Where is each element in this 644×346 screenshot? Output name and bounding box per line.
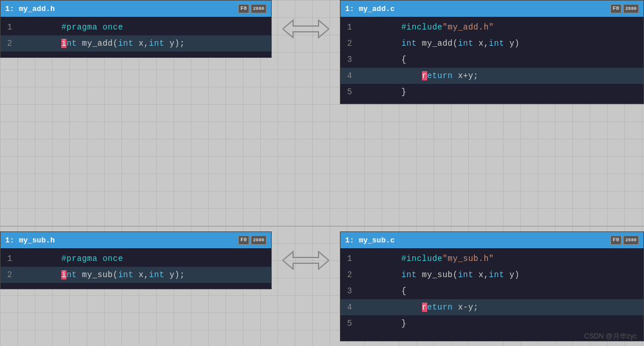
- py-2-br: y): [504, 270, 520, 279]
- header-title-bottom-right: 1: my_sub.c: [345, 236, 607, 245]
- line-num-1-bl: 1: [1, 254, 17, 263]
- icon-f0-top-left[interactable]: F0: [238, 4, 249, 13]
- code-line-5-br: 5 }: [340, 315, 643, 332]
- line-num-4-tr: 4: [340, 71, 357, 80]
- line-num-1: 1: [1, 23, 17, 32]
- kw-int-bl-b: int: [149, 270, 165, 279]
- code-content-2-top-left: int my_add(int x,int y);: [17, 30, 185, 57]
- px-2-br: x,: [473, 270, 489, 279]
- line-num-2-bl: 2: [1, 270, 17, 279]
- kw-int-2b-br: int: [489, 270, 505, 279]
- code-2-bl: int my_sub(int x,int y);: [17, 261, 185, 289]
- line-num-3-br: 3: [340, 286, 357, 296]
- return-val-br: x-y;: [453, 303, 479, 312]
- line-num-5-tr: 5: [340, 87, 357, 97]
- code-area-top-left: 1 #pragma once 2 int my_add(int x,int y)…: [1, 17, 271, 54]
- panel-bottom-right: 1: my_sub.c F0 2880 1 #include"my_sub.h"…: [340, 231, 644, 341]
- panel-top-right: 1: my_add.c F0 2880 1 #include"my_add.h"…: [340, 0, 644, 104]
- code-line-2-top-left: 2 int my_add(int x,int y);: [1, 35, 271, 51]
- return-val-tr: x+y;: [453, 71, 479, 80]
- code-area-bottom-right: 1 #include"my_sub.h" 2 int my_sub(int x,…: [340, 248, 643, 334]
- panel-top-left: 1: my_add.h F0 2880 1 #pragma once 2 int…: [0, 0, 272, 58]
- icon-28-top-right[interactable]: 2880: [623, 4, 639, 13]
- code-line-2-bl: 2 int my_sub(int x,int y);: [1, 267, 271, 283]
- kw-int-bl-a: int: [118, 270, 134, 279]
- brace-close-br: }: [401, 319, 406, 328]
- code-5-br: }: [357, 310, 406, 337]
- param-x-1: x,: [134, 39, 149, 48]
- kw-int-2b-tr: int: [489, 39, 505, 48]
- header-icons-bottom-right: F0 2880: [610, 235, 639, 245]
- icon-28-br[interactable]: 2880: [623, 235, 639, 245]
- code-area-bottom-left: 1 #pragma once 2 int my_sub(int x,int y)…: [1, 248, 271, 285]
- code-5-tr: }: [357, 78, 406, 106]
- code-area-top-right: 1 #include"my_add.h" 2 int my_add(int x,…: [340, 17, 643, 102]
- icon-f0-top-right[interactable]: F0: [610, 4, 621, 13]
- h-divider: [0, 226, 644, 227]
- char-i-1: i: [61, 39, 66, 48]
- watermark: CSDN @月华zyc: [584, 332, 637, 341]
- char-i-bl: i: [61, 270, 66, 279]
- kw-int-2a-br: int: [458, 270, 473, 279]
- char-r-tr: r: [422, 71, 427, 80]
- header-title-top-right: 1: my_add.c: [345, 5, 607, 13]
- arrow-bottom: [272, 243, 340, 278]
- px-bl: x,: [134, 270, 149, 279]
- arrow-bottom-svg: [283, 246, 329, 275]
- kw-nt-1: nt: [66, 39, 77, 48]
- py-2-tr: y): [504, 39, 520, 48]
- line-num-2-br: 2: [340, 270, 357, 279]
- kw-nt-bl: nt: [66, 270, 77, 279]
- return-kw-tr: eturn: [427, 71, 453, 80]
- panel-bottom-left: 1: my_sub.h F0 2880 1 #pragma once 2 int…: [0, 231, 272, 289]
- header-icons-bottom-left: F0 2880: [238, 235, 267, 245]
- header-title-top-left: 1: my_add.h: [5, 5, 235, 13]
- icon-f0-br[interactable]: F0: [610, 235, 621, 245]
- line-num-1-br: 1: [340, 254, 357, 263]
- fn-bl: my_sub(: [77, 270, 118, 279]
- svg-marker-0: [283, 20, 329, 38]
- line-num-3-tr: 3: [340, 55, 357, 64]
- header-icons-top-left: F0 2880: [238, 4, 267, 13]
- icon-28-bl[interactable]: 2880: [251, 235, 267, 245]
- arrow-top: [272, 12, 340, 46]
- fn-2-tr: my_add(: [417, 39, 458, 48]
- param-y-1: y);: [164, 39, 185, 48]
- icon-28-top-left[interactable]: 2880: [251, 4, 267, 13]
- char-r-br: r: [422, 303, 427, 312]
- line-num-2-tr: 2: [340, 39, 357, 48]
- line-num-4-br: 4: [340, 303, 357, 312]
- icon-f0-bl[interactable]: F0: [238, 235, 249, 245]
- header-icons-top-right: F0 2880: [610, 4, 639, 13]
- fn-2-br: my_sub(: [417, 270, 458, 279]
- py-bl: y);: [164, 270, 185, 279]
- line-num-2: 2: [1, 39, 17, 48]
- arrow-top-svg: [283, 14, 329, 43]
- fn-mysub-1: my_add(: [77, 39, 118, 48]
- kw-int-1b: int: [149, 39, 165, 48]
- svg-marker-1: [283, 252, 329, 269]
- header-title-bottom-left: 1: my_sub.h: [5, 236, 235, 245]
- code-line-5-tr: 5 }: [340, 84, 643, 100]
- line-num-5-br: 5: [340, 319, 357, 328]
- kw-int-2a-tr: int: [458, 39, 473, 48]
- kw-int-1a: int: [118, 39, 134, 48]
- line-num-1-tr: 1: [340, 23, 357, 32]
- return-kw-br: eturn: [427, 303, 453, 312]
- brace-close-tr: }: [401, 87, 406, 97]
- px-2-tr: x,: [473, 39, 489, 48]
